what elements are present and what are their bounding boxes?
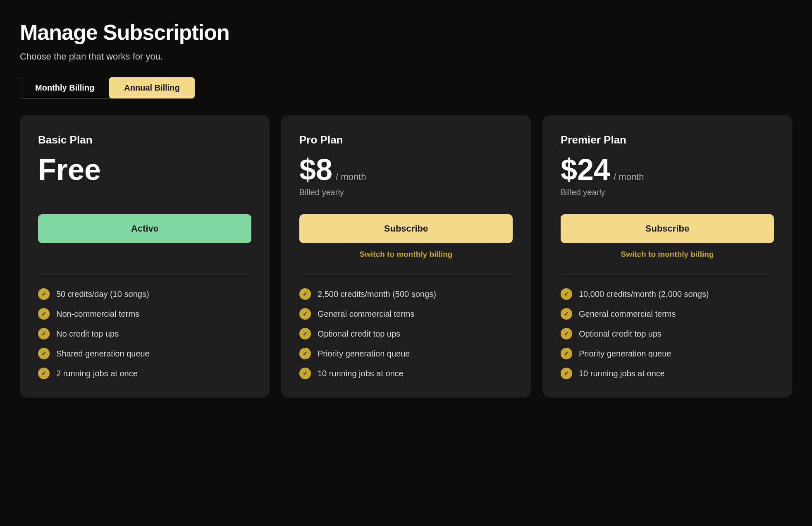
plan-card-pro: Pro Plan $8 / month Billed yearly Subscr… <box>281 115 531 397</box>
feature-item: ✓ Shared generation queue <box>38 348 251 359</box>
check-icon: ✓ <box>299 308 311 320</box>
feature-text: Optional credit top ups <box>579 329 662 339</box>
feature-text: Non-commercial terms <box>56 309 139 319</box>
plan-name-basic: Basic Plan <box>38 134 251 146</box>
feature-text: No credit top ups <box>56 329 119 339</box>
plans-container: Basic Plan Free Active ✓ 50 credits/day … <box>20 115 792 397</box>
tab-annual-billing[interactable]: Annual Billing <box>109 77 194 98</box>
feature-text: 2 running jobs at once <box>56 369 138 378</box>
check-icon: ✓ <box>38 308 50 320</box>
feature-text: Priority generation queue <box>579 349 671 359</box>
switch-billing-premier[interactable]: Switch to monthly billing <box>561 250 774 261</box>
features-list-premier: ✓ 10,000 credits/month (2,000 songs) ✓ G… <box>561 288 774 379</box>
billing-tabs: Monthly Billing Annual Billing <box>20 77 195 99</box>
price-billing-premier: Billed yearly <box>561 188 774 199</box>
check-icon: ✓ <box>38 348 50 359</box>
price-billing-pro: Billed yearly <box>299 188 513 199</box>
check-icon: ✓ <box>561 328 572 340</box>
check-icon: ✓ <box>38 368 50 379</box>
price-amount-premier: $24 <box>561 155 610 184</box>
feature-item: ✓ General commercial terms <box>299 308 513 320</box>
plan-name-premier: Premier Plan <box>561 134 774 146</box>
feature-text: Optional credit top ups <box>318 329 400 339</box>
feature-item: ✓ Optional credit top ups <box>561 328 774 340</box>
plan-price-premier: $24 / month <box>561 155 774 184</box>
check-icon: ✓ <box>561 368 572 379</box>
price-amount-basic: Free <box>38 155 101 184</box>
feature-item: ✓ 2 running jobs at once <box>38 368 251 379</box>
subscribe-button-premier[interactable]: Subscribe <box>561 214 774 243</box>
check-icon: ✓ <box>561 288 572 300</box>
feature-item: ✓ 10 running jobs at once <box>299 368 513 379</box>
feature-text: Priority generation queue <box>318 349 410 359</box>
feature-item: ✓ No credit top ups <box>38 328 251 340</box>
divider-premier <box>561 275 774 275</box>
check-icon: ✓ <box>299 368 311 379</box>
feature-text: 10,000 credits/month (2,000 songs) <box>579 289 709 299</box>
feature-item: ✓ Optional credit top ups <box>299 328 513 340</box>
active-button-basic[interactable]: Active <box>38 214 251 243</box>
features-list-basic: ✓ 50 credits/day (10 songs) ✓ Non-commer… <box>38 288 251 379</box>
features-list-pro: ✓ 2,500 credits/month (500 songs) ✓ Gene… <box>299 288 513 379</box>
subscribe-button-pro[interactable]: Subscribe <box>299 214 513 243</box>
check-icon: ✓ <box>38 328 50 340</box>
feature-item: ✓ General commercial terms <box>561 308 774 320</box>
price-billing-basic <box>38 188 251 199</box>
check-icon: ✓ <box>299 288 311 300</box>
feature-item: ✓ 50 credits/day (10 songs) <box>38 288 251 300</box>
feature-item: ✓ Non-commercial terms <box>38 308 251 320</box>
feature-text: 50 credits/day (10 songs) <box>56 289 149 299</box>
page-title: Manage Subscription <box>20 20 792 45</box>
feature-item: ✓ 2,500 credits/month (500 songs) <box>299 288 513 300</box>
plan-price-basic: Free <box>38 155 251 184</box>
price-amount-pro: $8 <box>299 155 332 184</box>
switch-billing-basic <box>38 250 251 261</box>
feature-text: Shared generation queue <box>56 349 150 359</box>
tab-monthly-billing[interactable]: Monthly Billing <box>20 77 109 98</box>
check-icon: ✓ <box>299 328 311 340</box>
check-icon: ✓ <box>561 308 572 320</box>
feature-item: ✓ Priority generation queue <box>299 348 513 359</box>
feature-text: 2,500 credits/month (500 songs) <box>318 289 436 299</box>
price-period-pro: / month <box>336 172 366 182</box>
feature-text: 10 running jobs at once <box>579 369 665 378</box>
divider-basic <box>38 275 251 275</box>
feature-item: ✓ 10,000 credits/month (2,000 songs) <box>561 288 774 300</box>
feature-text: General commercial terms <box>579 309 676 319</box>
feature-text: General commercial terms <box>318 309 415 319</box>
page-subtitle: Choose the plan that works for you. <box>20 51 792 62</box>
plan-card-basic: Basic Plan Free Active ✓ 50 credits/day … <box>20 115 270 397</box>
price-period-premier: / month <box>614 172 644 182</box>
feature-item: ✓ Priority generation queue <box>561 348 774 359</box>
feature-item: ✓ 10 running jobs at once <box>561 368 774 379</box>
plan-card-premier: Premier Plan $24 / month Billed yearly S… <box>542 115 792 397</box>
plan-price-pro: $8 / month <box>299 155 513 184</box>
check-icon: ✓ <box>299 348 311 359</box>
divider-pro <box>299 275 513 275</box>
plan-name-pro: Pro Plan <box>299 134 513 146</box>
check-icon: ✓ <box>38 288 50 300</box>
feature-text: 10 running jobs at once <box>318 369 404 378</box>
check-icon: ✓ <box>561 348 572 359</box>
switch-billing-pro[interactable]: Switch to monthly billing <box>299 250 513 261</box>
